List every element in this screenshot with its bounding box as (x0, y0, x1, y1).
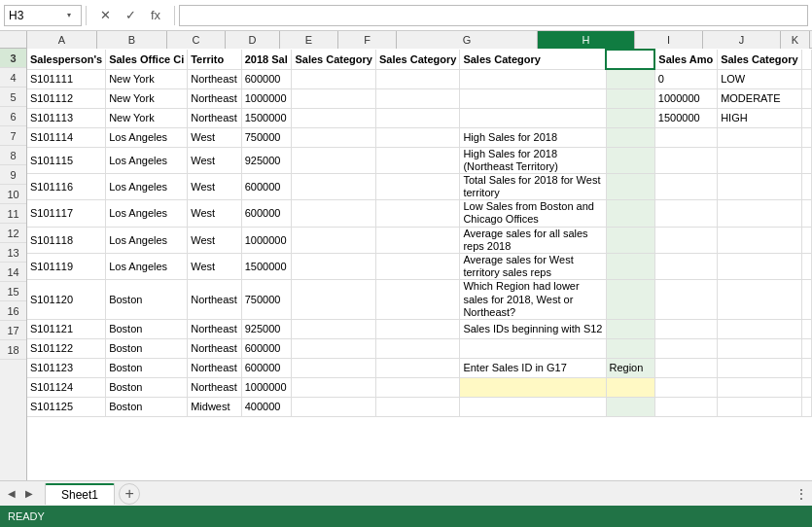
col-header-j[interactable]: J (703, 31, 781, 49)
row-num-15[interactable]: 15 (0, 282, 26, 301)
row-num-4[interactable]: 4 (0, 68, 26, 88)
row-num-6[interactable]: 6 (0, 107, 26, 126)
cell-g18[interactable] (460, 397, 606, 416)
cell-f7[interactable] (375, 127, 459, 147)
cell-a7[interactable]: S101114 (27, 127, 106, 147)
cell-b14[interactable]: Boston (106, 319, 188, 338)
cell-i9[interactable] (654, 173, 717, 199)
cell-g17[interactable] (460, 377, 606, 397)
cell-f14[interactable] (375, 319, 459, 338)
cell-a4[interactable]: S101111 (27, 69, 106, 88)
cell-d18[interactable]: 400000 (241, 397, 292, 416)
cell-b12[interactable]: Los Angeles (106, 254, 188, 280)
cell-g9[interactable]: Total Sales for 2018 for West territory (460, 173, 606, 199)
cell-a16[interactable]: S101123 (27, 358, 106, 377)
row-num-14[interactable]: 14 (0, 263, 26, 282)
cell-g14[interactable]: Sales IDs beginning with S12 (460, 319, 606, 338)
cell-a9[interactable]: S101116 (27, 173, 106, 199)
cell-a17[interactable]: S101124 (27, 377, 106, 397)
cell-e13[interactable] (292, 280, 375, 320)
name-box-arrow[interactable]: ▾ (67, 11, 71, 19)
col-header-i[interactable]: I (635, 31, 703, 49)
cell-e7[interactable] (292, 127, 375, 147)
cell-j11[interactable] (718, 227, 801, 253)
cell-d4[interactable]: 600000 (241, 69, 292, 88)
col-header-e[interactable]: E (280, 31, 338, 49)
fx-icon[interactable]: fx (145, 5, 166, 26)
cell-k12[interactable] (801, 254, 811, 280)
cell-k15[interactable] (801, 338, 811, 358)
cell-c6[interactable]: Northeast (188, 108, 241, 127)
cell-d3[interactable]: 2018 Sal (241, 50, 292, 69)
cell-d14[interactable]: 925000 (241, 319, 292, 338)
cell-g11[interactable]: Average sales for all sales reps 2018 (460, 227, 606, 253)
cell-h10[interactable] (606, 200, 654, 227)
cell-c7[interactable]: West (188, 127, 241, 147)
cell-i16[interactable] (654, 358, 717, 377)
cell-j4[interactable]: LOW (718, 69, 801, 88)
cell-k6[interactable] (801, 108, 811, 127)
cell-i12[interactable] (654, 254, 717, 280)
cell-h14[interactable] (606, 319, 654, 338)
cell-j3[interactable]: Sales Category (718, 50, 801, 69)
cell-c13[interactable]: Northeast (188, 280, 241, 320)
sheet-nav-left[interactable]: ◀ (4, 486, 19, 502)
cell-g16[interactable]: Enter Sales ID in G17 (460, 358, 606, 377)
cell-c17[interactable]: Northeast (188, 377, 241, 397)
cell-a3[interactable]: Salesperson's (27, 50, 106, 69)
cell-f4[interactable] (375, 69, 459, 88)
cell-b13[interactable]: Boston (106, 280, 188, 320)
cell-f6[interactable] (375, 108, 459, 127)
cell-h12[interactable] (606, 254, 654, 280)
sheet-tab-sheet1[interactable]: Sheet1 (45, 483, 115, 505)
cell-h16[interactable]: Region (606, 358, 654, 377)
cell-e3[interactable]: Sales Category (292, 50, 375, 69)
cell-b8[interactable]: Los Angeles (106, 147, 188, 173)
cell-h5[interactable] (606, 88, 654, 108)
cell-c4[interactable]: Northeast (188, 69, 241, 88)
cell-d17[interactable]: 1000000 (241, 377, 292, 397)
cell-i5[interactable]: 1000000 (654, 88, 717, 108)
cell-b3[interactable]: Sales Office Ci (106, 50, 188, 69)
cell-k9[interactable] (801, 173, 811, 199)
cell-f10[interactable] (375, 200, 459, 227)
cell-j7[interactable] (718, 127, 801, 147)
cell-g12[interactable]: Average sales for West territory sales r… (460, 254, 606, 280)
cell-h17[interactable] (606, 377, 654, 397)
cell-e8[interactable] (292, 147, 375, 173)
cell-c3[interactable]: Territo (188, 50, 241, 69)
col-header-f[interactable]: F (338, 31, 397, 49)
cell-a12[interactable]: S101119 (27, 254, 106, 280)
cell-a14[interactable]: S101121 (27, 319, 106, 338)
cell-f12[interactable] (375, 254, 459, 280)
cell-i10[interactable] (654, 200, 717, 227)
cell-f13[interactable] (375, 280, 459, 320)
formula-input-bar[interactable] (179, 5, 808, 26)
cell-b11[interactable]: Los Angeles (106, 227, 188, 253)
cell-h6[interactable] (606, 108, 654, 127)
cell-f5[interactable] (375, 88, 459, 108)
cell-a13[interactable]: S101120 (27, 280, 106, 320)
cell-f17[interactable] (375, 377, 459, 397)
cell-a15[interactable]: S101122 (27, 338, 106, 358)
cell-a6[interactable]: S101113 (27, 108, 106, 127)
cell-b10[interactable]: Los Angeles (106, 200, 188, 227)
cell-d15[interactable]: 600000 (241, 338, 292, 358)
formula-input[interactable] (186, 9, 801, 22)
cell-h11[interactable] (606, 227, 654, 253)
cell-j5[interactable]: MODERATE (718, 88, 801, 108)
cell-k14[interactable] (801, 319, 811, 338)
cell-d11[interactable]: 1000000 (241, 227, 292, 253)
confirm-icon[interactable]: ✓ (120, 5, 141, 26)
cell-j9[interactable] (718, 173, 801, 199)
cell-e14[interactable] (292, 319, 375, 338)
cell-d6[interactable]: 1500000 (241, 108, 292, 127)
cell-b6[interactable]: New York (106, 108, 188, 127)
cell-d8[interactable]: 925000 (241, 147, 292, 173)
cell-a8[interactable]: S101115 (27, 147, 106, 173)
row-num-16[interactable]: 16 (0, 301, 26, 321)
cell-d12[interactable]: 1500000 (241, 254, 292, 280)
cell-k7[interactable] (801, 127, 811, 147)
cell-j14[interactable] (718, 319, 801, 338)
cell-c16[interactable]: Northeast (188, 358, 241, 377)
